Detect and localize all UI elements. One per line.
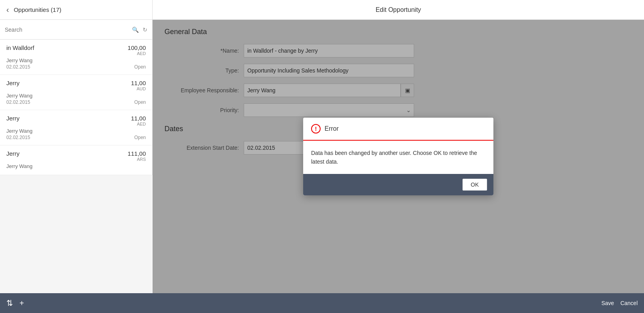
item-person: Jerry Wang (6, 163, 146, 169)
list-panel: in Walldorf 100,00 AED Jerry Wang 02.02.… (0, 40, 153, 175)
item-person: Jerry Wang (6, 57, 146, 63)
list-item[interactable]: in Walldorf 100,00 AED Jerry Wang 02.02.… (0, 40, 152, 75)
dialog-body: Data has been changed by another user. C… (303, 141, 493, 174)
item-amount: 11,00 (131, 115, 146, 122)
save-button[interactable]: Save (601, 300, 614, 306)
error-dialog: ! Error Data has been changed by another… (303, 118, 493, 196)
item-person: Jerry Wang (6, 128, 146, 134)
dialog-overlay: ! Error Data has been changed by another… (153, 20, 644, 293)
right-panel: General Data *Name: Type: Employee Respo… (153, 20, 644, 293)
item-date: 02.02.2015 (6, 99, 30, 105)
sort-button[interactable]: ⇅ (6, 298, 13, 308)
back-button[interactable]: ‹ (6, 5, 9, 14)
page-title: Edit Opportunity (376, 6, 421, 13)
panel-title: Opportunities (17) (14, 6, 61, 13)
error-icon: ! (311, 124, 321, 134)
item-name: in Walldorf (6, 44, 34, 51)
list-item[interactable]: Jerry 111,00 ARS Jerry Wang (0, 145, 152, 175)
dialog-title: Error (325, 125, 339, 132)
search-input[interactable] (5, 27, 132, 33)
ok-button[interactable]: OK (462, 179, 487, 191)
dialog-message: Data has been changed by another user. C… (311, 149, 485, 166)
item-person: Jerry Wang (6, 93, 146, 99)
dialog-header: ! Error (303, 118, 493, 141)
item-status: Open (134, 99, 146, 105)
search-icon[interactable]: 🔍 (132, 27, 139, 33)
item-amount: 111,00 (128, 150, 146, 157)
list-item[interactable]: Jerry 11,00 AED Jerry Wang 02.02.2015 Op… (0, 110, 152, 145)
item-currency: AUD (131, 86, 146, 91)
item-amount: 100,00 (128, 44, 146, 51)
add-button[interactable]: + (19, 299, 24, 308)
item-status: Open (134, 64, 146, 70)
item-name: Jerry (6, 150, 19, 157)
bottom-toolbar: ⇅ + Save Cancel (0, 293, 644, 313)
dialog-footer: OK (303, 174, 493, 195)
item-amount: 11,00 (131, 80, 146, 86)
item-name: Jerry (6, 80, 19, 86)
item-currency: ARS (128, 157, 146, 162)
refresh-icon[interactable]: ↻ (143, 27, 147, 33)
list-item[interactable]: Jerry 11,00 AUD Jerry Wang 02.02.2015 Op… (0, 75, 152, 110)
item-name: Jerry (6, 115, 19, 122)
item-status: Open (134, 135, 146, 140)
cancel-button[interactable]: Cancel (620, 300, 638, 306)
item-date: 02.02.2015 (6, 135, 30, 140)
item-currency: AED (128, 51, 146, 56)
item-currency: AED (131, 122, 146, 126)
item-date: 02.02.2015 (6, 64, 30, 70)
